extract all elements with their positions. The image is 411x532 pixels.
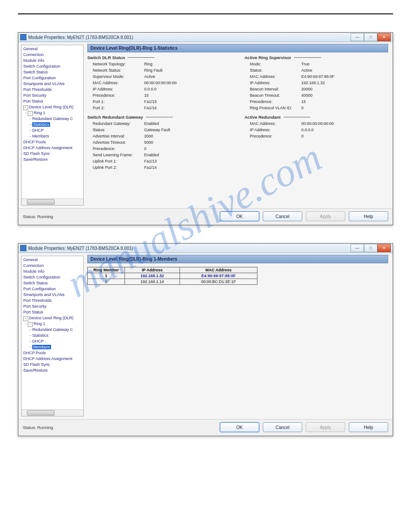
kv-value: 40000 (301, 92, 313, 99)
tree-item[interactable]: Members (32, 344, 83, 350)
tree-item[interactable]: Switch Configuration (23, 64, 83, 69)
tree-item[interactable]: Members (32, 133, 83, 139)
table-cell: 00:00:BC:D1:2E:1F (180, 279, 257, 285)
titlebar[interactable]: Module Properties: MyEN2T (1783-BMS20CA … (18, 244, 393, 253)
tree-expand-icon[interactable]: − (23, 316, 28, 321)
ok-button[interactable]: OK (220, 422, 259, 432)
kv-row: Supervisor Mode:Active (87, 73, 231, 80)
kv-row: MAC Address:00:00:00:00:00:00 (87, 80, 231, 86)
tree-item[interactable]: Connection (23, 263, 83, 269)
tree-item[interactable]: Switch Status (23, 280, 83, 286)
tree-item[interactable]: Port Security (23, 304, 83, 309)
kv-label: MAC Address: (87, 80, 144, 86)
kv-value: 0.0.0.0 (144, 86, 157, 92)
tree-item[interactable]: Port Thresholds (23, 298, 83, 304)
minimize-button[interactable]: — (351, 33, 364, 41)
tree-item[interactable]: DHCP Address Assignment (23, 356, 83, 362)
help-button[interactable]: Help (349, 211, 388, 221)
scrollbar-thumb[interactable] (27, 199, 55, 205)
kv-label: Advertise Timeout: (87, 139, 144, 146)
kv-value: Fa1/14 (144, 164, 157, 171)
table-row[interactable]: 2192.168.1.1400:00:BC:D1:2E:1F (88, 279, 257, 285)
tree-item[interactable]: Redundant Gateway C (32, 116, 83, 122)
tree-pane[interactable]: GeneralConnectionModule InfoSwitch Confi… (21, 45, 84, 206)
tree-expand-icon[interactable]: − (28, 322, 33, 327)
cancel-button[interactable]: Cancel (263, 422, 302, 432)
tree-item[interactable]: Module Info (23, 58, 83, 64)
tree-item[interactable]: Connection (23, 52, 83, 58)
tree-item-ring[interactable]: −Ring 1Redundant Gateway CStatisticsDHCP… (28, 110, 83, 139)
tree-item[interactable]: Switch Status (23, 69, 83, 75)
tree-item[interactable]: DHCP Pools (23, 139, 83, 145)
tree-item[interactable]: Port Security (23, 93, 83, 99)
tree-item[interactable]: Port Status (23, 309, 83, 315)
tree-expand-icon[interactable]: − (23, 105, 28, 110)
kv-row: Mode:True (244, 61, 388, 67)
kv-row: Network Status:Ring Fault (87, 67, 231, 73)
tree-item[interactable]: DHCP (32, 128, 83, 133)
tree-item[interactable]: DHCP Pools (23, 350, 83, 356)
kv-label: Precedence: (87, 92, 144, 99)
tree-horizontal-scrollbar[interactable] (21, 198, 83, 205)
tree-item[interactable]: Port Configuration (23, 75, 83, 81)
tree-item-dlr[interactable]: −Device Level Ring (DLR)−Ring 1Redundant… (23, 104, 83, 139)
tree-item[interactable]: DHCP (32, 339, 83, 344)
maximize-button[interactable]: □ (364, 244, 377, 252)
kv-value: 20000 (301, 86, 313, 92)
tree-item[interactable]: Statistics (32, 333, 83, 339)
kv-row: MAC Address:00:00:00:00:00:00 (244, 120, 388, 127)
minimize-button[interactable]: — (351, 244, 364, 252)
help-button[interactable]: Help (349, 422, 388, 432)
table-row[interactable]: 1192.168.1.32E4:90:69:97:88:0F (88, 273, 257, 279)
tree-item[interactable]: Port Thresholds (23, 87, 83, 93)
tree-item-ring[interactable]: −Ring 1Redundant Gateway CStatisticsDHCP… (28, 321, 83, 350)
tree-item[interactable]: Statistics (32, 122, 83, 128)
kv-value: 0 (301, 133, 304, 139)
tree-horizontal-scrollbar[interactable] (21, 409, 83, 416)
tree-item[interactable]: Port Configuration (23, 286, 83, 292)
kv-label: Precedence: (244, 133, 301, 139)
kv-row: Status:Gateway Fault (87, 127, 231, 133)
scrollbar-thumb[interactable] (27, 410, 55, 416)
kv-label: IP Address: (244, 127, 301, 133)
status-value: Running (37, 425, 53, 430)
cancel-button[interactable]: Cancel (263, 211, 302, 221)
kv-value: 192.168.1.32 (301, 80, 325, 86)
tree-item[interactable]: Redundant Gateway C (32, 327, 83, 333)
tree-item[interactable]: General (23, 46, 83, 52)
status-value: Running (37, 214, 53, 219)
kv-row: Precedence:0 (244, 133, 388, 139)
kv-label: Status: (244, 67, 301, 73)
close-button[interactable]: ✕ (377, 244, 391, 252)
tree-expand-icon[interactable]: − (28, 111, 33, 116)
maximize-button[interactable]: □ (364, 33, 377, 41)
kv-row: IP Address:0.0.0.0 (87, 86, 231, 92)
tree-item[interactable]: Port Status (23, 99, 83, 104)
tree-item[interactable]: SD Flash Sync (23, 362, 83, 368)
apply-button[interactable]: Apply (306, 211, 345, 221)
titlebar[interactable]: Module Properties: MyEN2T (1783-BMS20CA … (18, 33, 393, 42)
ok-button[interactable]: OK (220, 211, 259, 221)
tree-item[interactable]: Save/Restore (23, 368, 83, 373)
kv-row: Precedence:15 (87, 92, 231, 99)
kv-label: Precedence: (87, 146, 144, 152)
table-cell: 2 (88, 279, 125, 285)
tree-pane[interactable]: GeneralConnectionModule InfoSwitch Confi… (21, 256, 84, 416)
close-button[interactable]: ✕ (377, 33, 391, 41)
kv-row: Status:Active (244, 67, 388, 73)
kv-row: Port 2:Fa1/16 (87, 105, 231, 111)
tree-item[interactable]: Switch Configuration (23, 275, 83, 280)
kv-value: Active (144, 73, 155, 80)
apply-button[interactable]: Apply (306, 422, 345, 432)
tree-item[interactable]: Smartports and VLANs (23, 81, 83, 87)
kv-value: Gateway Fault (144, 127, 170, 133)
tree-item[interactable]: DHCP Address Assignment (23, 145, 83, 151)
tree-item[interactable]: SD Flash Sync (23, 151, 83, 157)
tree-item[interactable]: General (23, 257, 83, 263)
tree-item[interactable]: Smartports and VLANs (23, 292, 83, 298)
kv-value: 15 (301, 99, 306, 105)
kv-row: Advertise Timeout:5000 (87, 139, 231, 146)
tree-item-dlr[interactable]: −Device Level Ring (DLR)−Ring 1Redundant… (23, 315, 83, 350)
tree-item[interactable]: Save/Restore (23, 157, 83, 163)
tree-item[interactable]: Module Info (23, 269, 83, 275)
